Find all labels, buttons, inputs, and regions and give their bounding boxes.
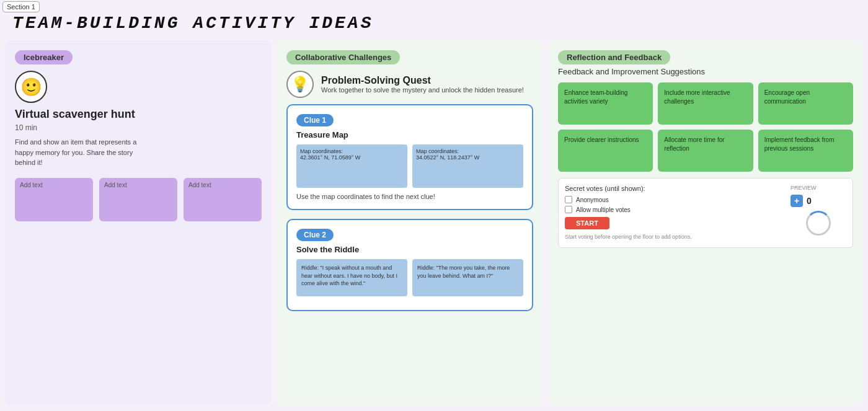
page-title: TEAM-BUILDING ACTIVITY IDEAS	[7, 14, 861, 33]
col-reflection: Reflection and Feedback Feedback and Imp…	[548, 40, 863, 405]
poll-checkbox-1[interactable]	[565, 196, 572, 203]
clue1-subtitle: Treasure Map	[296, 130, 523, 139]
riddle-tile-2: Riddle: "The more you take, the more you…	[412, 259, 523, 296]
poll-title: Secret votes (until shown):	[565, 185, 784, 192]
map1-title: Map coordinates:	[300, 148, 404, 154]
spinner-icon	[806, 211, 831, 236]
poll-right: PREVIEW + 0	[790, 185, 846, 241]
icebreaker-tag: Icebreaker	[15, 50, 73, 64]
clue2-badge: Clue 2	[296, 229, 334, 241]
clue-card-2: Clue 2 Solve the Riddle Riddle: "I speak…	[286, 219, 533, 311]
img-placeholder-label-3: Add text	[188, 182, 211, 188]
poll-panel: Secret votes (until shown): Anonymous Al…	[558, 178, 853, 248]
poll-option-label-2: Allow multiple votes	[576, 206, 631, 213]
reflection-tag: Reflection and Feedback	[558, 50, 670, 64]
activity-description: Find and show an item that represents a …	[15, 137, 139, 168]
feedback-card-3: Provide clearer instructions	[558, 130, 653, 172]
clue1-instruction: Use the map coordinates to find the next…	[296, 193, 523, 200]
map2-title: Map coordinates:	[416, 148, 520, 154]
section-header-row: 💡 Problem-Solving Quest Work together to…	[286, 71, 533, 98]
poll-option-1[interactable]: Anonymous	[565, 196, 784, 203]
vote-up-button[interactable]: +	[790, 195, 803, 207]
col-collaborative: Collaborative Challenges 💡 Problem-Solvi…	[277, 40, 543, 405]
feedback-card-2: Encourage open communication	[758, 82, 853, 125]
clue2-subtitle: Solve the Riddle	[296, 245, 523, 254]
img-placeholder-3[interactable]: Add text	[184, 178, 262, 221]
img-placeholder-2[interactable]: Add text	[99, 178, 177, 221]
feedback-card-5: Implement feedback from previous session…	[758, 130, 853, 172]
activity-duration: 10 min	[15, 123, 262, 132]
feedback-card-4: Allocate more time for reflection	[658, 130, 753, 172]
riddle-grid: Riddle: "I speak without a mouth and hea…	[296, 259, 523, 296]
activity-title: Virtual scavenger hunt	[15, 108, 262, 121]
vote-counter: + 0	[790, 195, 846, 207]
poll-option-label-1: Anonymous	[576, 197, 609, 203]
map2-coords: 34.0522° N, 118.2437° W	[416, 154, 520, 161]
section-info: Problem-Solving Quest Work together to s…	[321, 75, 524, 94]
poll-start-button[interactable]: START	[565, 217, 609, 229]
clue1-badge: Clue 1	[296, 114, 334, 126]
image-placeholders: Add text Add text Add text	[15, 178, 262, 221]
col-icebreaker: Icebreaker 🙂 Virtual scavenger hunt 10 m…	[5, 40, 272, 405]
smiley-icon: 🙂	[15, 71, 47, 103]
poll-option-2[interactable]: Allow multiple votes	[565, 206, 784, 213]
map1-coords: 42.3601° N, 71.0589° W	[300, 154, 404, 161]
section-title: Problem-Solving Quest	[321, 75, 524, 86]
map-grid: Map coordinates: 42.3601° N, 71.0589° W …	[296, 144, 523, 188]
vote-count: 0	[807, 196, 812, 206]
poll-checkbox-2[interactable]	[565, 206, 572, 213]
feedback-grid: Enhance team-building activities variety…	[558, 82, 853, 172]
img-placeholder-1[interactable]: Add text	[15, 178, 93, 221]
lightbulb-icon: 💡	[286, 71, 314, 98]
poll-left: Secret votes (until shown): Anonymous Al…	[565, 185, 784, 241]
img-placeholder-label-1: Add text	[20, 182, 43, 188]
img-placeholder-label-2: Add text	[104, 182, 127, 188]
preview-label: PREVIEW	[790, 185, 846, 191]
map-tile-1: Map coordinates: 42.3601° N, 71.0589° W	[296, 144, 407, 188]
section-badge: Section 1	[2, 1, 40, 12]
main-content: Icebreaker 🙂 Virtual scavenger hunt 10 m…	[0, 35, 868, 410]
poll-helper-text: Start voting before opening the floor to…	[565, 233, 784, 241]
map-tile-2: Map coordinates: 34.0522° N, 118.2437° W	[412, 144, 523, 188]
page-header: Section 1 TEAM-BUILDING ACTIVITY IDEAS	[0, 0, 868, 35]
riddle-tile-1: Riddle: "I speak without a mouth and hea…	[296, 259, 407, 296]
reflection-subtitle: Feedback and Improvement Suggestions	[558, 67, 853, 76]
feedback-card-1: Include more interactive challenges	[658, 82, 753, 125]
collaborative-tag: Collaborative Challenges	[286, 50, 400, 64]
clue-card-1: Clue 1 Treasure Map Map coordinates: 42.…	[286, 104, 533, 210]
section-description: Work together to solve the mystery and u…	[321, 86, 524, 94]
feedback-card-0: Enhance team-building activities variety	[558, 82, 653, 125]
poll-row: Secret votes (until shown): Anonymous Al…	[565, 185, 846, 241]
